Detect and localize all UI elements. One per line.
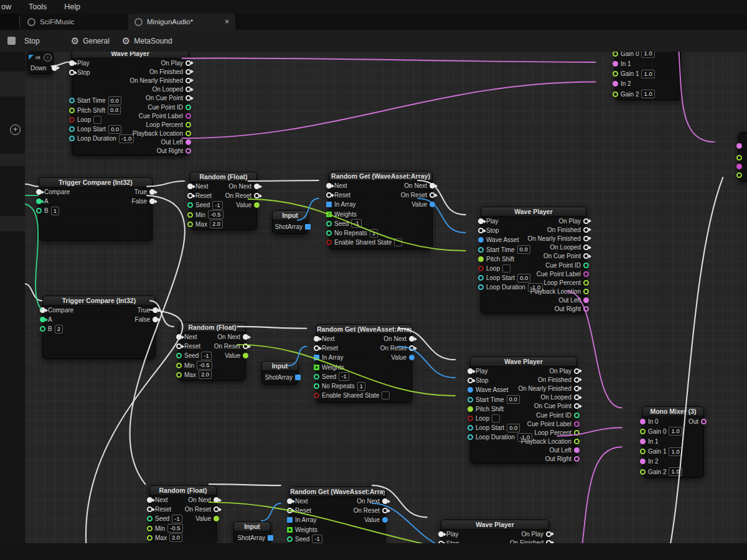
max-value-box[interactable]: 2.0 bbox=[210, 220, 223, 228]
loop-percent-pin[interactable] bbox=[583, 280, 589, 286]
on-next-pin[interactable] bbox=[243, 334, 248, 340]
node-trigger-compare-1[interactable]: Trigger Compare (Int32)CompareAB1TrueFal… bbox=[39, 177, 153, 241]
reset-pin[interactable] bbox=[147, 506, 153, 512]
left-panel-collapsed[interactable]: + bbox=[0, 52, 26, 543]
no-repeats-value-box[interactable]: 1 bbox=[370, 229, 378, 238]
on-finished-pin[interactable] bbox=[186, 69, 191, 75]
metasound-settings-button[interactable]: ⚙ MetaSound bbox=[116, 30, 179, 52]
reset-pin[interactable] bbox=[326, 192, 332, 198]
tab-scifimusic[interactable]: SciFiMusic bbox=[21, 14, 81, 30]
cue-point-label-pin[interactable] bbox=[574, 421, 580, 427]
true-pin[interactable] bbox=[149, 189, 155, 195]
max-value-box[interactable]: 2.0 bbox=[169, 533, 182, 542]
loop-percent-pin[interactable] bbox=[186, 122, 191, 128]
start-time-value-box[interactable]: 0.0 bbox=[108, 96, 121, 105]
gain-2-value-box[interactable]: 1.0 bbox=[641, 90, 654, 98]
stop-pin[interactable] bbox=[69, 70, 75, 75]
loop-start-pin[interactable] bbox=[478, 275, 484, 281]
play-pin[interactable] bbox=[438, 531, 444, 537]
node-random-get-1[interactable]: Random Get (WaveAsset:Array)NextResetIn … bbox=[329, 171, 433, 250]
enable-shared-state-checkbox[interactable] bbox=[382, 391, 390, 399]
down-pin[interactable] bbox=[52, 65, 57, 71]
wave-asset-pin[interactable] bbox=[467, 387, 473, 393]
next-pin[interactable] bbox=[187, 184, 193, 189]
general-settings-button[interactable]: ⚙ General bbox=[65, 30, 116, 52]
edge-pin[interactable] bbox=[736, 155, 742, 161]
value-pin[interactable] bbox=[243, 353, 248, 358]
seed-pin[interactable] bbox=[187, 202, 193, 208]
next-pin[interactable] bbox=[176, 334, 182, 340]
compare-pin[interactable] bbox=[36, 189, 42, 195]
on-play-pin[interactable] bbox=[546, 531, 552, 537]
min-value-box[interactable]: -0.5 bbox=[167, 524, 182, 533]
loop-checkbox[interactable] bbox=[492, 414, 500, 422]
reset-pin[interactable] bbox=[287, 508, 293, 513]
on-finished-pin[interactable] bbox=[583, 227, 589, 233]
next-pin[interactable] bbox=[287, 498, 293, 504]
in-array-pin[interactable] bbox=[287, 517, 293, 523]
seed-pin[interactable] bbox=[176, 353, 182, 358]
gain-0-value-box[interactable]: 1.0 bbox=[641, 52, 654, 58]
cue-point-label-pin[interactable] bbox=[186, 113, 191, 119]
seed-value-box[interactable]: -1 bbox=[212, 201, 222, 210]
node-random-get-3[interactable]: Random Get (WaveAsset:Array)NextResetIn … bbox=[289, 487, 385, 543]
weights-pin[interactable] bbox=[287, 527, 293, 533]
stop-pin[interactable] bbox=[438, 541, 444, 543]
on-cue-point-pin[interactable] bbox=[583, 253, 589, 259]
on-finished-pin[interactable] bbox=[546, 540, 552, 543]
b-pin[interactable] bbox=[36, 208, 42, 213]
enable-shared-state-pin[interactable] bbox=[314, 393, 319, 398]
play-pin[interactable] bbox=[478, 218, 484, 224]
value-pin[interactable] bbox=[214, 516, 219, 521]
cue-point-id-pin[interactable] bbox=[186, 105, 191, 110]
on-looped-pin[interactable] bbox=[574, 394, 580, 400]
on-cue-point-pin[interactable] bbox=[186, 95, 191, 101]
node-random-float-2[interactable]: Random (Float)NextResetSeed-1Min-0.5Max2… bbox=[179, 322, 246, 381]
reset-pin[interactable] bbox=[187, 193, 193, 198]
menu-item-window[interactable]: ow bbox=[0, 2, 20, 11]
shotarray-pin[interactable] bbox=[305, 224, 311, 230]
on-reset-pin[interactable] bbox=[254, 193, 260, 198]
gain-0-pin[interactable] bbox=[640, 429, 646, 434]
out-right-pin[interactable] bbox=[186, 148, 191, 154]
loop-percent-pin[interactable] bbox=[574, 430, 580, 436]
collapse-arrow-icon[interactable]: ↓ bbox=[44, 54, 52, 62]
start-time-pin[interactable] bbox=[478, 247, 484, 253]
edge-pin[interactable] bbox=[736, 164, 742, 169]
loop-pin[interactable] bbox=[69, 117, 75, 123]
value-pin[interactable] bbox=[430, 202, 435, 207]
seed-value-box[interactable]: -1 bbox=[201, 352, 211, 360]
no-repeats-pin[interactable] bbox=[326, 230, 332, 236]
out-left-pin[interactable] bbox=[186, 139, 191, 145]
on-nearly-finished-pin[interactable] bbox=[574, 386, 580, 391]
out-left-pin[interactable] bbox=[583, 297, 589, 303]
seed-value-box[interactable]: -1 bbox=[172, 515, 182, 523]
seed-pin[interactable] bbox=[287, 536, 293, 542]
in-array-pin[interactable] bbox=[326, 202, 332, 207]
weights-pin[interactable] bbox=[314, 365, 319, 370]
max-pin[interactable] bbox=[147, 535, 153, 541]
a-pin[interactable] bbox=[40, 317, 45, 322]
stop-button[interactable]: Stop bbox=[0, 30, 46, 52]
seed-pin[interactable] bbox=[147, 516, 153, 521]
out-right-pin[interactable] bbox=[574, 456, 580, 462]
value-pin[interactable] bbox=[382, 517, 388, 523]
node-wave-player-3[interactable]: Wave PlayerPlayStopWave AssetStart Time0… bbox=[470, 357, 577, 464]
playback-location-pin[interactable] bbox=[583, 289, 589, 294]
seed-pin[interactable] bbox=[314, 374, 319, 380]
node-random-get-2[interactable]: Random Get (WaveAsset:Array)NextResetIn … bbox=[316, 324, 412, 403]
shotarray-pin[interactable] bbox=[268, 535, 273, 541]
b-value-box[interactable]: 1 bbox=[51, 207, 59, 215]
play-pin[interactable] bbox=[467, 368, 473, 374]
gain-0-value-box[interactable]: 1.0 bbox=[669, 427, 682, 436]
node-wave-player-4[interactable]: Wave PlayerPlayStopWave AssetStart Time0… bbox=[441, 520, 549, 543]
on-next-pin[interactable] bbox=[382, 498, 388, 504]
no-repeats-pin[interactable] bbox=[314, 383, 319, 389]
b-pin[interactable] bbox=[40, 326, 45, 332]
loop-checkbox[interactable] bbox=[93, 116, 101, 124]
in-1-pin[interactable] bbox=[640, 439, 646, 444]
loop-pin[interactable] bbox=[467, 416, 473, 421]
menu-item-tools[interactable]: Tools bbox=[20, 2, 55, 11]
close-tab-icon[interactable]: × bbox=[225, 18, 229, 26]
graph-canvas[interactable]: MetaS Wave PlayerPlayStopStart Time0.0Pi… bbox=[25, 52, 747, 543]
